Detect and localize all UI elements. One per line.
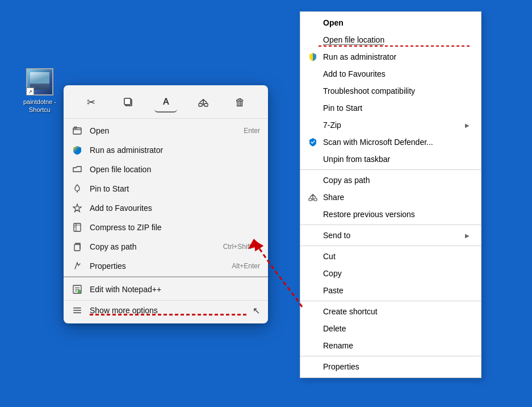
run-admin-label: Run as administrator: [90, 146, 260, 155]
classic-delete[interactable]: Delete: [300, 320, 481, 337]
classic-run-admin-label: Run as administrator: [323, 52, 470, 61]
classic-7zip-arrow: ▶: [465, 122, 470, 128]
menu-item-open-location[interactable]: Open file location: [64, 160, 268, 179]
desktop-icon[interactable]: ↗ paintdotne - Shortcu: [17, 68, 62, 114]
classic-pin-icon: [307, 102, 319, 114]
classic-open-location-label: Open file location: [323, 35, 470, 44]
classic-restore-icon: [307, 209, 319, 220]
classic-delete-icon: [307, 323, 319, 334]
delete-toolbar-btn[interactable]: 🗑: [229, 92, 252, 113]
classic-defender-icon: [307, 136, 319, 148]
classic-shortcut-label: Create shortcut: [323, 307, 470, 316]
classic-open[interactable]: Open: [300, 14, 481, 31]
svg-rect-18: [73, 310, 81, 311]
classic-open-location-icon: [307, 34, 319, 45]
rename-toolbar-btn[interactable]: 𝖠: [154, 92, 177, 113]
classic-divider-2: [300, 225, 481, 225]
properties-shortcut: Alt+Enter: [232, 262, 260, 270]
classic-copy-path-icon: [307, 175, 319, 186]
classic-cut[interactable]: Cut: [300, 248, 481, 265]
menu-item-favourites[interactable]: Add to Favourites: [64, 198, 268, 218]
classic-cut-icon: [307, 251, 319, 262]
classic-open-location[interactable]: Open file location: [300, 31, 481, 48]
classic-send-label: Send to: [323, 231, 465, 240]
classic-defender-label: Scan with Microsoft Defender...: [323, 138, 470, 147]
svg-rect-21: [309, 198, 312, 201]
classic-add-favourites[interactable]: Add to Favourites: [300, 65, 481, 82]
run-admin-icon: [72, 144, 83, 156]
open-shortcut: Enter: [244, 127, 260, 135]
classic-restore[interactable]: Restore previous versions: [300, 206, 481, 223]
open-location-icon: [72, 164, 83, 175]
classic-7zip-label: 7-Zip: [323, 121, 465, 130]
svg-rect-16: [78, 290, 81, 293]
shortcut-arrow: ↗: [26, 88, 34, 95]
copy-path-shortcut: Ctrl+Shift+C: [223, 243, 260, 251]
share-toolbar-btn[interactable]: [192, 92, 215, 113]
classic-copy-path-label: Copy as path: [323, 176, 470, 185]
svg-rect-7: [74, 223, 81, 231]
menu-item-properties[interactable]: Properties Alt+Enter: [64, 256, 268, 277]
menu-item-show-more[interactable]: Show more options ↖: [64, 300, 268, 320]
classic-share[interactable]: Share: [300, 189, 481, 206]
svg-rect-4: [73, 128, 81, 134]
show-more-label: Show more options: [90, 306, 248, 315]
classic-paste[interactable]: Paste: [300, 282, 481, 299]
classic-unpin-icon: [307, 153, 319, 165]
copy-path-icon: [72, 241, 83, 252]
classic-troubleshoot-icon: [307, 85, 319, 97]
classic-properties[interactable]: Properties: [300, 358, 481, 375]
classic-7zip[interactable]: 7-Zip ▶: [300, 117, 481, 134]
classic-divider-3: [300, 246, 481, 246]
menu-item-notepad[interactable]: Edit with Notepad++: [64, 280, 268, 299]
toolbar-row: ✂ 𝖠 🗑: [64, 89, 268, 119]
classic-prop-icon: [307, 361, 319, 372]
copy-toolbar-btn[interactable]: [117, 92, 140, 113]
cursor-indicator: ↖: [253, 305, 260, 316]
classic-send-to[interactable]: Send to ▶: [300, 227, 481, 244]
classic-troubleshoot[interactable]: Troubleshoot compatibility: [300, 82, 481, 99]
notepad-label: Edit with Notepad++: [90, 285, 260, 294]
classic-unpin-taskbar[interactable]: Unpin from taskbar: [300, 151, 481, 168]
classic-rename-label: Rename: [323, 341, 470, 350]
menu-item-open[interactable]: Open Enter: [64, 121, 268, 140]
context-menu-left: ✂ 𝖠 🗑 Open Enter: [64, 85, 268, 323]
menu-item-copy-path[interactable]: Copy as path Ctrl+Shift+C: [64, 237, 268, 256]
classic-pin-start[interactable]: Pin to Start: [300, 99, 481, 117]
svg-rect-3: [204, 103, 208, 106]
classic-open-icon: [307, 17, 319, 28]
menu-item-pin-start[interactable]: Pin to Start: [64, 179, 268, 198]
copy-path-label: Copy as path: [90, 242, 223, 251]
svg-rect-2: [199, 103, 202, 106]
classic-copy-icon: [307, 268, 319, 279]
cut-toolbar-btn[interactable]: ✂: [80, 92, 103, 113]
classic-rename[interactable]: Rename: [300, 337, 481, 354]
classic-run-admin[interactable]: Run as administrator: [300, 48, 481, 65]
classic-copy[interactable]: Copy: [300, 265, 481, 282]
classic-create-shortcut[interactable]: Create shortcut: [300, 303, 481, 320]
properties-label: Properties: [90, 261, 232, 271]
classic-7zip-icon: [307, 119, 319, 131]
classic-copy-label: Copy: [323, 269, 470, 278]
classic-run-admin-icon: [307, 51, 319, 63]
show-more-icon: [72, 305, 83, 316]
favourites-label: Add to Favourites: [90, 204, 260, 213]
classic-pin-label: Pin to Start: [323, 103, 470, 113]
menu-item-run-admin[interactable]: Run as administrator: [64, 140, 268, 160]
classic-send-arrow: ▶: [465, 232, 470, 239]
classic-defender[interactable]: Scan with Microsoft Defender...: [300, 134, 481, 151]
classic-paste-label: Paste: [323, 286, 470, 295]
svg-rect-19: [73, 313, 81, 314]
classic-send-icon: [307, 230, 319, 241]
classic-copy-path[interactable]: Copy as path: [300, 172, 481, 189]
classic-unpin-label: Unpin from taskbar: [323, 155, 470, 164]
classic-share-label: Share: [323, 193, 470, 202]
compress-icon: [72, 222, 83, 233]
properties-icon: [72, 260, 83, 272]
menu-item-compress[interactable]: Compress to ZIP file: [64, 218, 268, 237]
classic-prop-label: Properties: [323, 362, 470, 371]
pin-start-icon: [72, 183, 83, 194]
svg-rect-17: [73, 308, 81, 309]
svg-rect-1: [124, 98, 131, 105]
classic-divider-4: [300, 301, 481, 301]
